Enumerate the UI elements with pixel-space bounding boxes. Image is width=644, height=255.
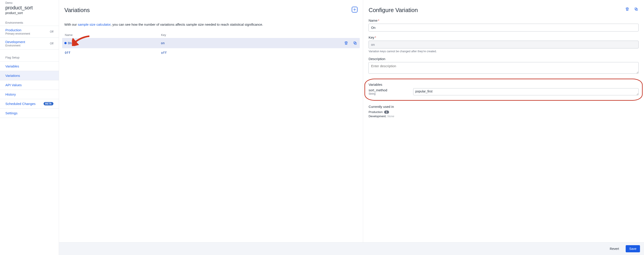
sidebar: Demo product_sort product_sort Environme… bbox=[0, 0, 59, 255]
variations-panel: Variations With our sample size calculat… bbox=[59, 0, 363, 255]
description-input[interactable] bbox=[368, 62, 639, 74]
delete-variation-button[interactable] bbox=[344, 41, 348, 45]
configure-title: Configure Variation bbox=[368, 7, 418, 14]
revert-button[interactable]: Revert bbox=[606, 245, 622, 252]
trash-icon bbox=[625, 7, 629, 11]
add-variation-button[interactable] bbox=[352, 7, 358, 12]
nav-history[interactable]: History bbox=[0, 90, 59, 99]
col-name-header: Name bbox=[65, 33, 158, 37]
variation-key: off bbox=[161, 51, 266, 54]
breadcrumb-project: Demo bbox=[5, 1, 54, 4]
variables-label: Variables bbox=[368, 83, 639, 86]
breadcrumb: Demo product_sort product_sort bbox=[0, 1, 59, 15]
section-flag-setup-label: Flag Setup bbox=[0, 56, 59, 59]
page-subtitle: product_sort bbox=[5, 11, 54, 15]
variations-table-header: Name Key bbox=[64, 32, 358, 38]
used-production: Production: 1 bbox=[368, 110, 639, 114]
nav-api-values[interactable]: API Values bbox=[0, 80, 59, 90]
used-in-label: Currently used in bbox=[368, 105, 639, 109]
delete-button[interactable] bbox=[625, 7, 630, 11]
environment-status: Off bbox=[50, 30, 54, 33]
environment-status: Off bbox=[50, 42, 54, 45]
beta-badge: BETA bbox=[44, 102, 54, 105]
save-button[interactable]: Save bbox=[626, 245, 640, 252]
description-label: Description bbox=[368, 57, 639, 61]
copy-icon bbox=[353, 41, 357, 45]
variations-table: Name Key On on bbox=[64, 32, 358, 57]
environment-name: Production bbox=[5, 28, 30, 32]
variations-title: Variations bbox=[64, 7, 90, 14]
nav-variables[interactable]: Variables bbox=[0, 61, 59, 71]
variable-name: sort_method bbox=[368, 88, 409, 92]
nav-variations[interactable]: Variations bbox=[0, 71, 59, 80]
variation-row-on[interactable]: On on bbox=[62, 38, 360, 48]
production-count-badge: 1 bbox=[384, 111, 389, 114]
name-label: Name* bbox=[368, 18, 639, 22]
duplicate-variation-button[interactable] bbox=[352, 41, 358, 45]
environment-sub: Environment bbox=[5, 44, 25, 47]
used-development: Development: None bbox=[368, 115, 639, 118]
sample-size-calculator-link[interactable]: sample size calculator bbox=[78, 22, 110, 26]
plus-icon bbox=[352, 7, 357, 11]
variables-section: Variables sort_method String bbox=[364, 79, 643, 101]
nav-settings[interactable]: Settings bbox=[0, 109, 59, 118]
variation-row-off[interactable]: Off off bbox=[64, 48, 358, 57]
environment-sub: Primary environment bbox=[5, 32, 30, 35]
key-input bbox=[368, 41, 639, 48]
name-input[interactable] bbox=[368, 24, 639, 31]
variable-type: String bbox=[368, 92, 409, 95]
variation-name: Off bbox=[65, 51, 158, 54]
col-key-header: Key bbox=[161, 33, 266, 37]
copy-icon bbox=[634, 7, 638, 11]
section-environments-label: Environments bbox=[0, 21, 59, 24]
key-label: Key* bbox=[368, 35, 639, 39]
environment-production[interactable]: Production Primary environment Off bbox=[0, 26, 59, 38]
main: Variations With our sample size calculat… bbox=[59, 0, 644, 255]
duplicate-button[interactable] bbox=[634, 7, 639, 11]
selected-dot-icon bbox=[64, 42, 66, 44]
variations-description: With our sample size calculator, you can… bbox=[64, 22, 358, 27]
footer: Revert Save bbox=[59, 242, 644, 255]
environment-development[interactable]: Development Environment Off bbox=[0, 38, 59, 49]
flag-setup-nav: Variables Variations API Values History … bbox=[0, 61, 59, 118]
environment-name: Development bbox=[5, 40, 25, 44]
variation-key: on bbox=[161, 41, 266, 45]
variation-name: On bbox=[68, 41, 72, 45]
key-hint: Variation keys cannot be changed after t… bbox=[368, 50, 639, 53]
variable-value-input[interactable] bbox=[413, 88, 639, 95]
nav-scheduled-changes[interactable]: Scheduled Changes BETA bbox=[0, 99, 59, 109]
trash-icon bbox=[344, 41, 348, 45]
page-title: product_sort bbox=[5, 5, 54, 11]
configure-panel: Configure Variation Name* Key* Variation… bbox=[363, 0, 644, 255]
